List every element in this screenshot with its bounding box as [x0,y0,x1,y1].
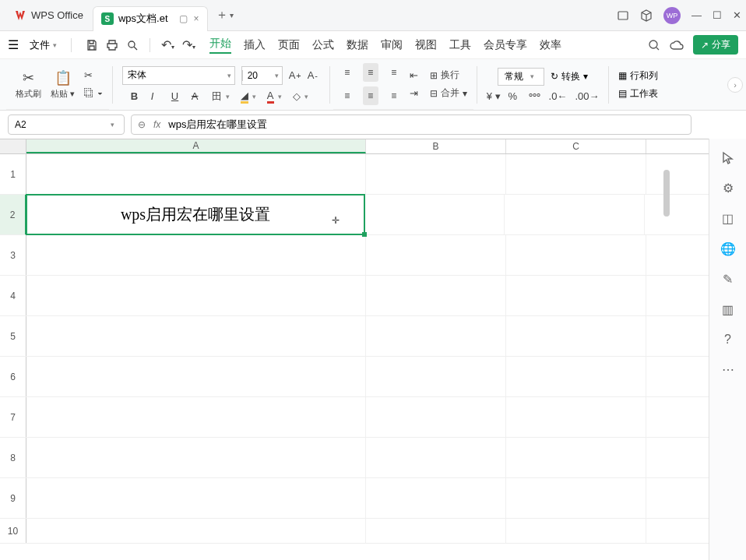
avatar[interactable]: WP [663,7,681,24]
cell-C7[interactable] [506,397,646,437]
search-icon[interactable] [648,39,660,51]
save-icon[interactable] [86,39,98,51]
cancel-formula-icon[interactable]: ⊖ [138,119,146,130]
currency-icon[interactable]: ¥ ▾ [487,90,501,102]
merge-cells-button[interactable]: ⊟ 合并 ▾ [430,86,467,100]
cell-B2[interactable] [364,195,505,234]
cell-C3[interactable] [506,235,646,275]
decrease-decimal-icon[interactable]: .0← [549,90,568,102]
align-middle-icon[interactable]: ≡ [363,63,378,82]
cell-A1[interactable] [26,154,366,194]
present-icon[interactable]: ▢ [179,13,188,24]
redo-icon[interactable]: ↷▾ [182,37,195,52]
cell-B9[interactable] [366,478,506,518]
thousand-icon[interactable]: ᵒᵒᵒ [529,90,541,102]
undo-icon[interactable]: ↶▾ [161,37,174,52]
cell-C6[interactable] [506,357,646,396]
tab-review[interactable]: 审阅 [381,38,403,52]
tab-start[interactable]: 开始 [209,37,231,54]
tab-view[interactable]: 视图 [415,38,437,52]
align-right-icon[interactable]: ≡ [386,86,402,105]
close-tab-icon[interactable]: × [194,13,199,24]
document-tab[interactable]: S wps文档.et ▢ × [93,6,208,31]
file-menu[interactable]: 文件▾ [25,35,62,55]
cell-C2[interactable] [505,195,645,234]
cell-C4[interactable] [506,276,646,315]
cell-B7[interactable] [366,397,506,437]
select-all-corner[interactable] [0,139,26,153]
row-header-9[interactable]: 9 [0,478,26,518]
row-header-8[interactable]: 8 [0,438,26,477]
row-header-7[interactable]: 7 [0,397,26,437]
cell-A8[interactable] [26,438,366,477]
maximize-icon[interactable]: ☐ [713,9,722,21]
formula-input[interactable]: ⊖ fx wps启用宏在哪里设置 [131,114,691,135]
library-panel-icon[interactable]: ▥ [722,302,734,317]
print-icon[interactable] [106,39,118,51]
minimize-icon[interactable]: — [691,9,702,21]
settings-panel-icon[interactable]: ⚙ [723,181,734,195]
cloud-icon[interactable] [670,40,684,51]
app-tab[interactable]: WPS Office [5,3,93,28]
bold-button[interactable]: B [131,90,143,102]
share-button[interactable]: ↗ 分享 [693,35,738,55]
cell-B1[interactable] [366,154,506,194]
align-bottom-icon[interactable]: ≡ [386,63,402,82]
col-header-C[interactable]: C [506,139,646,153]
cell-A5[interactable] [26,316,366,356]
align-top-icon[interactable]: ≡ [340,63,355,82]
convert-button[interactable]: ↻ 转换 ▾ [551,70,588,83]
cell-C8[interactable] [506,438,646,477]
increase-font-icon[interactable]: A+ [289,69,301,81]
cell-C9[interactable] [506,478,646,518]
row-header-4[interactable]: 4 [0,276,26,315]
cell-C1[interactable] [506,154,646,194]
cut-icon[interactable]: ✂ [84,69,103,81]
tools-panel-icon[interactable]: ✎ [723,272,733,287]
cell-B4[interactable] [366,276,506,315]
cell-B6[interactable] [366,357,506,396]
col-header-B[interactable]: B [366,139,506,153]
wrap-text-button[interactable]: ⊞ 换行 [430,69,467,82]
cell-A3[interactable] [26,235,366,275]
tab-insert[interactable]: 插入 [244,38,266,52]
row-header-5[interactable]: 5 [0,316,26,356]
vertical-scrollbar[interactable] [662,139,671,560]
window-mode-icon[interactable] [617,9,629,22]
border-button[interactable]: 田▾ [212,90,233,104]
translate-panel-icon[interactable]: 🌐 [720,241,736,256]
close-icon[interactable]: ✕ [733,9,741,21]
name-box[interactable]: A2▾ [8,114,125,135]
row-header-10[interactable]: 10 [0,519,26,543]
row-header-3[interactable]: 3 [0,235,26,275]
hamburger-icon[interactable]: ☰ [8,37,19,52]
fill-color-button[interactable]: ◢▾ [241,90,259,104]
cell-B5[interactable] [366,316,506,356]
row-header-1[interactable]: 1 [0,154,26,194]
fx-icon[interactable]: fx [153,119,160,130]
number-format-select[interactable]: 常规▾ [498,68,544,86]
cell-A2[interactable]: wps启用宏在哪里设置 [26,194,365,235]
sheet[interactable]: ABC 12wps启用宏在哪里设置345678910 ✛ [0,139,709,560]
strike-button[interactable]: A [192,90,204,102]
select-tool-icon[interactable] [721,151,735,165]
ribbon-expand-icon[interactable]: › [727,77,743,93]
tab-efficiency[interactable]: 效率 [540,38,561,52]
help-icon[interactable]: ? [724,333,731,347]
underline-button[interactable]: U [171,90,184,102]
paste-button[interactable]: 📋粘贴 ▾ [48,68,78,101]
cell-A6[interactable] [26,357,366,396]
cell-C10[interactable] [506,519,646,543]
percent-icon[interactable]: % [508,90,521,102]
decrease-indent-icon[interactable]: ⇤ [410,69,422,81]
align-center-icon[interactable]: ≡ [363,86,378,105]
col-header-A[interactable]: A [26,139,366,153]
cell-A9[interactable] [26,478,366,518]
font-name-select[interactable]: 宋体▾ [122,66,235,85]
copy-icon[interactable]: ⿻ ▾ [84,87,103,99]
preview-icon[interactable] [126,39,139,51]
align-left-icon[interactable]: ≡ [340,86,355,105]
clear-format-button[interactable]: ◇▾ [293,90,311,102]
cell-A7[interactable] [26,397,366,437]
tab-data[interactable]: 数据 [347,38,368,52]
